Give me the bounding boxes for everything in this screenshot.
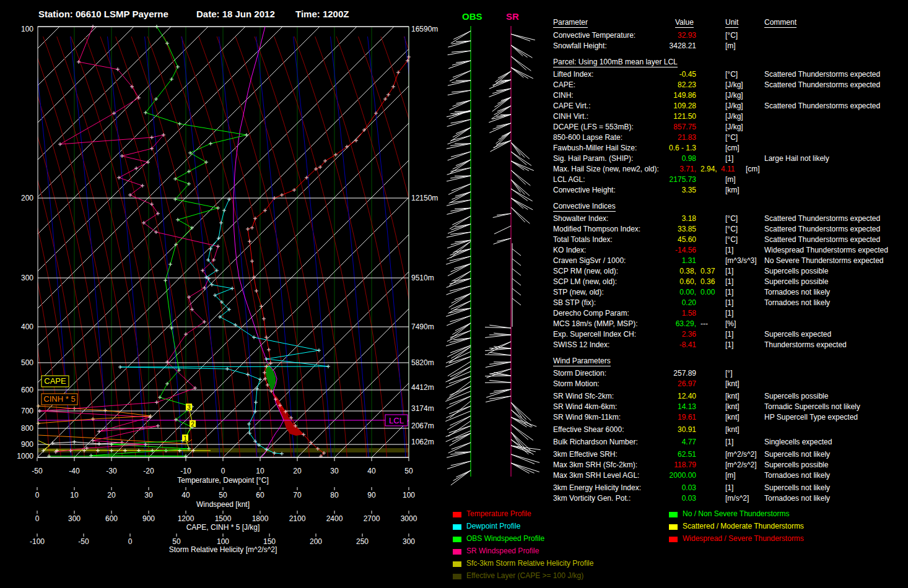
param-comment: Tornadoes not likely [764,287,830,297]
param-value: 3.18 [628,214,696,223]
param-comment: Supercells possible [764,266,828,276]
param-unit: [m] [725,470,736,480]
cinh-profile [38,406,151,423]
param-name: SR Wind 4km-6km: [553,402,617,412]
param-name: CINH: [553,90,574,100]
param-name: Max 3km SRH (Sfc-2km): [553,460,637,470]
param-name: Snowfall Height: [553,41,607,51]
pressure-label: 700 [21,407,33,415]
param-unit: [1] [725,483,733,493]
param-unit: [J/kg] [725,80,743,90]
cape-tick-label: 2100 [289,514,306,523]
param-comment: Widespread Thunderstorms expected [764,245,888,255]
param-name: 3km Effective SRH: [553,449,618,459]
windspeed-tick-label: 40 [181,491,190,499]
height-label: 3174m [411,404,434,413]
param-unit: [1] [725,153,733,163]
param-comment: No Severe Thunderstorms expected [764,256,884,266]
cape-tick-label: 1200 [178,514,194,523]
height-label: 4412m [411,383,434,392]
param-value: 257.89 [628,368,696,378]
param-name: DCAPE (LFS = 553mB): [553,122,634,132]
cape-tick-label: 900 [142,514,155,523]
windspeed-tick-label: 0 [35,491,40,499]
param-unit: [cm] [725,143,740,153]
param-value: 0.03 [628,483,696,493]
srh-tick-label: 150 [263,537,276,546]
param-unit: [m^3/s^3] [725,256,757,266]
param-unit: [m^2/s^2] [725,460,757,470]
param-unit: [°C] [725,224,738,234]
param-unit: [J/kg] [725,101,743,111]
param-value: 0.98 [628,153,696,163]
param-unit: [knt] [725,402,740,412]
srh-tick-label: 200 [310,537,322,546]
param-value: -0.45 [628,69,696,79]
param-value: 26.97 [628,379,696,389]
param-unit: [J/kg] [725,111,743,121]
param-comment: Supercells possible [764,391,828,401]
temp-tick-label: -30 [106,467,117,475]
param-comment: Supercells possible [764,460,828,470]
pressure-label: 800 [21,424,33,433]
param-value: 0.60, [628,277,696,287]
temp-tick-label: -40 [69,467,80,475]
param-unit: [m] [725,41,736,51]
windspeed-tick-label: 90 [367,491,376,499]
param-name: LCL AGL: [553,175,585,184]
cape-tick-label: 2700 [364,514,380,523]
pressure-label: 500 [21,358,33,367]
height-label: 1062m [411,438,434,446]
pressure-label: 100 [21,25,33,33]
temp-axis-title: Temperature, Dewpoint [°C] [177,476,269,485]
cape-tick-label: 2400 [326,514,343,523]
param-name: MCS 18m/s (MMP, MSP): [553,319,637,329]
param-comment: Scattered Thunderstorms expected [764,101,880,111]
param-name: Max 3km SRH Level AGL: [553,470,639,480]
param-name: SR Wind 9km-11km: [553,412,621,422]
param-name: SWISS 12 Index: [553,340,609,350]
param-unit: [°] [725,368,732,378]
temp-tick-label: 30 [330,467,339,475]
param-value: 2.36 [628,329,696,339]
param-comment: Scattered Thunderstorms expected [764,224,880,234]
param-name: Fawbush-Miller Hail Size: [553,143,637,153]
param-name: 3km Vorticity Gen. Pot.: [553,493,631,503]
param-unit: [m/s^2] [725,493,749,503]
param-unit: [km] [725,185,740,195]
param-unit: [1] [725,340,733,350]
param-unit: [knt] [725,425,740,435]
param-unit: [J/kg] [725,90,743,100]
param-unit: [1] [725,298,733,308]
param-unit: [knt] [725,391,740,401]
cape-tick-label: 1800 [252,514,269,523]
param-name: Convective Height: [553,185,616,195]
param-value: 30.91 [628,425,696,435]
param-value: 0.38, [628,266,696,276]
cape-tick-label: 3000 [401,514,417,523]
param-comment: Scattered Thunderstorms expected [764,80,880,90]
legend-item-label: Scattered / Moderate Thunderstorms [683,521,804,531]
param-unit: [°C] [725,214,738,223]
param-comment: Supercells expected [764,329,831,339]
param-unit: [cm] [746,164,760,174]
srh-tick-label: -50 [78,537,89,546]
legend-swatch [453,512,461,517]
param-unit: [1] [725,308,733,318]
temp-tick-label: 10 [256,467,264,475]
param-value: 32.93 [628,30,696,40]
temp-tick-label: -10 [180,467,191,475]
param-value: 857.75 [628,122,696,132]
srh-axis-title: Storm Relative Helicity [m^2/s^2] [169,545,277,554]
height-label: 12150m [411,194,438,202]
pressure-label: 200 [21,194,33,202]
windspeed-axis-title: Windspeed [knt] [196,500,250,509]
param-value: 1.58 [628,308,696,318]
srh-tick-label: 250 [356,537,369,546]
legend-item-label: SR Windspeed Profile [466,546,539,556]
section-header: Parcel: Using 100mB mean layer LCL [553,57,678,67]
param-value: 14.13 [628,402,696,412]
param-value: 109.28 [628,101,696,111]
param-comment: Supercells not likely [764,449,830,459]
param-comment: Thunderstorms expected [764,340,847,350]
